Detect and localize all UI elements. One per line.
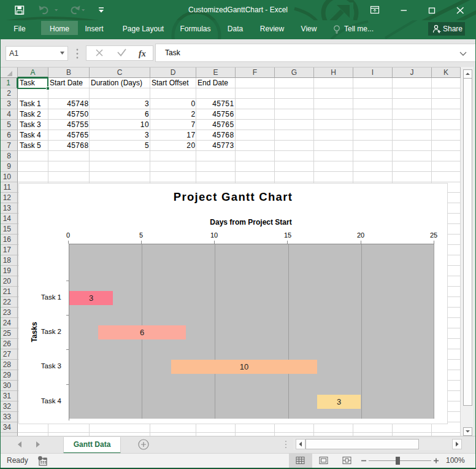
svg-text:fx: fx xyxy=(139,49,146,58)
